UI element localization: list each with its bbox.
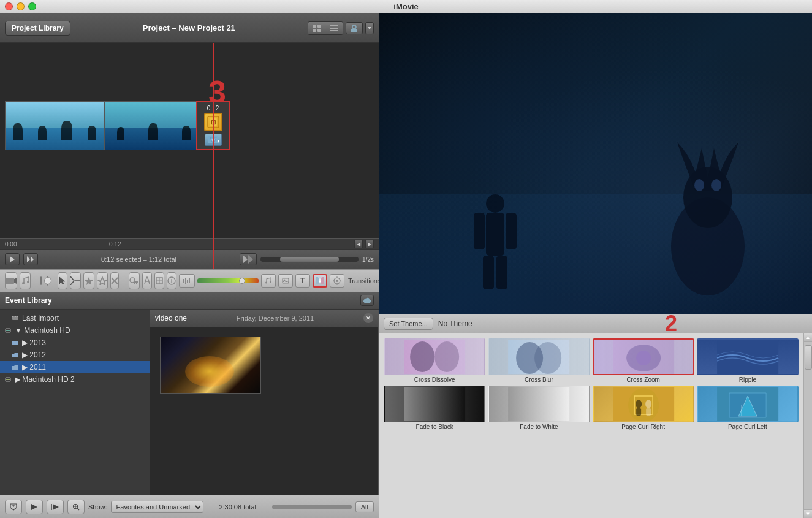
play-btn-bottom[interactable] — [26, 500, 43, 514]
svg-rect-0 — [313, 25, 316, 28]
svg-marker-20 — [248, 255, 253, 264]
add-button[interactable] — [5, 500, 22, 514]
year-2013-label: ▶ 2013 — [22, 338, 46, 347]
time-start: 0:00 — [5, 241, 17, 248]
fade-black-label: Fade to Black — [416, 424, 453, 430]
zoom-in-btn[interactable] — [67, 500, 85, 514]
transition-item-fade-white[interactable]: Fade to White — [488, 386, 590, 430]
title-tool[interactable]: T — [295, 274, 310, 288]
crop-tool[interactable] — [154, 272, 164, 289]
project-library-button[interactable]: Project Library — [5, 21, 70, 36]
cross-zoom-label: Cross Zoom — [626, 376, 659, 383]
svg-marker-16 — [10, 256, 15, 262]
scroll-left-button[interactable]: ◀ — [354, 240, 363, 248]
event-macintosh-hd[interactable]: ▼ Macintosh HD — [0, 324, 150, 337]
scroll-down-arrow[interactable]: ▼ — [804, 509, 813, 518]
toolbar-right: T — [179, 274, 381, 288]
photo-tool[interactable] — [278, 274, 293, 288]
show-select[interactable]: Favorites and Unmarked — [111, 501, 203, 513]
zoom-slider[interactable] — [260, 257, 359, 262]
trim-tool[interactable] — [70, 272, 81, 289]
scroll-thumb-handle[interactable] — [805, 345, 812, 370]
view-list-button[interactable] — [325, 22, 343, 34]
scroll-up-arrow[interactable]: ▲ — [804, 333, 813, 342]
video-panel-date: Friday, December 9, 2011 — [237, 314, 314, 322]
year-2012-label: ▶ 2012 — [22, 351, 46, 359]
select-tool[interactable] — [58, 272, 67, 289]
svg-rect-6 — [330, 30, 338, 31]
transition-item-page-curl-left[interactable]: Page Curl Left — [697, 386, 799, 430]
video-clip-1[interactable] — [5, 101, 104, 150]
figure-silhouette — [471, 191, 520, 289]
transition-item-page-curl-right[interactable]: Page Curl Right — [593, 386, 694, 430]
view-grid-button[interactable] — [308, 22, 325, 34]
project-header: Project Library Project – New Project 21 — [0, 13, 379, 43]
window-controls — [5, 2, 36, 10]
event-2011[interactable]: ▶ 2011 — [0, 361, 150, 373]
event-2013[interactable]: ▶ 2013 — [0, 337, 150, 349]
audio-tool[interactable] — [179, 274, 195, 288]
set-theme-button[interactable]: Set Theme... — [384, 318, 433, 330]
cross-blur-thumb — [488, 338, 590, 375]
play-from-start-btn[interactable] — [47, 500, 64, 514]
bottom-scroll-bar[interactable] — [272, 505, 352, 509]
app-title: iMovie — [393, 2, 418, 11]
svg-rect-3 — [317, 29, 321, 32]
timeline-ruler: 0:00 0:12 ◀ ▶ — [0, 238, 379, 249]
volume-slider[interactable] — [197, 278, 259, 283]
svg-rect-59 — [6, 330, 10, 331]
minimize-button[interactable] — [17, 2, 25, 10]
music-add-tool[interactable] — [261, 274, 276, 288]
video-clip-tool[interactable] — [5, 272, 17, 289]
share-button[interactable] — [346, 22, 363, 34]
svg-rect-92 — [508, 387, 569, 422]
transitions-grid-container[interactable]: Cross Dissolve — [379, 333, 803, 518]
project-title: Project – New Project 21 — [75, 23, 303, 32]
transition-item-cross-dissolve[interactable]: Cross Dissolve — [384, 338, 485, 383]
svg-text:▼: ▼ — [216, 139, 219, 144]
svg-line-68 — [77, 508, 79, 510]
drive-icon — [5, 328, 11, 333]
video-thumbnail[interactable] — [160, 337, 261, 394]
transition-item-ripple[interactable]: Ripple — [697, 338, 799, 383]
rate-outline-tool[interactable] — [97, 272, 108, 289]
svg-point-75 — [486, 194, 504, 213]
maximize-button[interactable] — [28, 2, 36, 10]
svg-marker-18 — [31, 256, 34, 262]
info-tool[interactable]: i — [167, 272, 176, 289]
svg-marker-8 — [368, 27, 371, 29]
music-tool[interactable] — [20, 272, 31, 289]
last-import-label: Last Import — [22, 314, 59, 322]
transitions-scrollbar[interactable]: ▲ ▼ — [803, 333, 812, 518]
svg-point-49 — [336, 280, 338, 282]
cloud-sync-button[interactable] — [360, 295, 374, 306]
close-button[interactable] — [5, 2, 13, 10]
svg-point-29 — [130, 278, 135, 283]
transitions-tool[interactable] — [313, 274, 327, 288]
effects-tool[interactable] — [330, 274, 344, 288]
year-2011-label: ▶ 2011 — [22, 363, 46, 371]
rate-tool[interactable] — [83, 272, 94, 289]
dropdown-button[interactable] — [365, 22, 374, 34]
key-tool[interactable] — [129, 272, 140, 289]
scroll-right-button[interactable]: ▶ — [365, 240, 374, 248]
all-button[interactable]: All — [355, 501, 374, 512]
reject-tool[interactable] — [110, 272, 119, 289]
transition-item-cross-zoom[interactable]: Cross Zoom — [593, 338, 694, 383]
video-preview-panel: video one Friday, December 9, 2011 ✕ — [150, 310, 379, 495]
page-curl-right-label: Page Curl Right — [621, 424, 665, 430]
transition-item-fade-black[interactable]: Fade to Black — [384, 386, 485, 430]
video-panel-close-button[interactable]: ✕ — [363, 313, 373, 323]
clip-speed-icon[interactable] — [240, 253, 257, 265]
transition-item-cross-blur[interactable]: Cross Blur — [488, 338, 590, 383]
video-clip-2[interactable] — [104, 101, 203, 150]
color-tool[interactable] — [142, 272, 152, 289]
event-last-import[interactable]: Last Import — [0, 312, 150, 324]
svg-point-40 — [265, 281, 267, 283]
play-button[interactable] — [5, 253, 20, 265]
event-macintosh-hd2[interactable]: ▶ Macintosh HD 2 — [0, 373, 150, 386]
event-2012[interactable]: ▶ 2012 — [0, 349, 150, 361]
play-slow-button[interactable] — [23, 253, 38, 265]
creature-silhouette — [640, 124, 775, 295]
show-label: Show: — [88, 503, 107, 511]
